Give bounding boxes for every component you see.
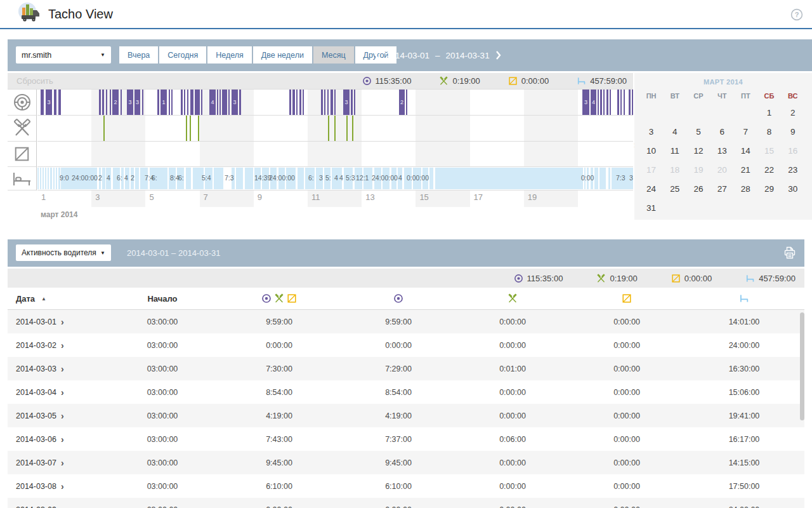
reset-button[interactable]: Сбросить (8, 76, 53, 86)
calendar-day[interactable]: 11 (663, 141, 686, 160)
calendar-day[interactable]: 12 (686, 141, 710, 160)
calendar-day-empty (734, 103, 757, 122)
row-expand-icon[interactable]: › (61, 505, 64, 508)
driving-bar (327, 90, 329, 115)
driver-select[interactable]: mr.smith ▼ (16, 46, 111, 64)
rest-gap (304, 168, 305, 189)
column-header-work[interactable] (455, 288, 570, 309)
print-button[interactable] (783, 246, 797, 262)
calendar-day[interactable]: 23 (781, 160, 804, 179)
calendar-day-empty (686, 103, 710, 122)
date-range-nav: 2014-03-01 – 2014-03-31 (374, 39, 501, 71)
row-date[interactable]: 2014-03-05› (8, 404, 108, 427)
row-expand-icon[interactable]: › (61, 341, 64, 350)
calendar-day[interactable]: 25 (663, 179, 686, 198)
range-button-yesterday[interactable]: Вчера (119, 46, 158, 64)
rest-gap (191, 168, 193, 189)
calendar-day[interactable]: 2 (781, 103, 804, 122)
row-expand-icon[interactable]: › (61, 318, 64, 326)
calendar-day[interactable]: 8 (757, 122, 781, 141)
calendar-day[interactable]: 1 (757, 103, 781, 122)
driving-bar (239, 90, 241, 115)
calendar-weekday-label: ВС (781, 92, 804, 100)
calendar-day[interactable]: 24 (639, 179, 663, 198)
row-expand-icon[interactable]: › (61, 482, 64, 491)
cell-start: 03:00:00 (108, 380, 217, 404)
calendar-day[interactable]: 5 (686, 122, 710, 141)
cell-driving: 8:54:00 (341, 380, 455, 404)
calendar-weekday-label: ПН (639, 92, 663, 100)
calendar-day[interactable]: 21 (734, 160, 757, 179)
row-date[interactable]: 2014-03-04› (8, 380, 108, 404)
work-mark (346, 116, 348, 141)
timeline-axis: 135791113151719 (37, 190, 633, 207)
row-date[interactable]: 2014-03-06› (8, 427, 108, 451)
calendar-day[interactable]: 9 (781, 122, 804, 141)
rest-duration-label: 5: (325, 167, 331, 189)
calendar-day[interactable]: 3 (639, 122, 663, 141)
row-expand-icon[interactable]: › (61, 435, 64, 444)
rest-duration-label: 6: (152, 167, 157, 189)
column-header-availability[interactable] (570, 288, 684, 309)
work-mark (334, 116, 336, 141)
table-scrollbar[interactable] (800, 312, 804, 420)
row-expand-icon[interactable]: › (61, 388, 64, 397)
range-button-week[interactable]: Неделя (207, 46, 252, 64)
calendar-day[interactable]: 4 (663, 122, 686, 141)
row-date[interactable]: 2014-03-02› (8, 333, 108, 357)
calendar-day[interactable]: 28 (734, 179, 757, 198)
column-header-driving[interactable] (341, 288, 455, 309)
calendar-day-empty (710, 103, 734, 122)
calendar-day[interactable]: 29 (757, 179, 781, 198)
calendar-day-empty (663, 198, 686, 217)
cell-start: 03:00:00 (108, 357, 217, 380)
calendar-day[interactable]: 27 (710, 179, 734, 198)
column-header-date[interactable]: Дата▲ (8, 288, 108, 309)
column-header-start[interactable]: Начало (108, 288, 217, 309)
cell-total: 0:00:00 (217, 498, 341, 508)
prev-range-button[interactable] (374, 51, 380, 60)
next-range-button[interactable] (495, 51, 501, 60)
svg-text:?: ? (795, 11, 799, 18)
calendar-day[interactable]: 30 (781, 179, 804, 198)
calendar-day[interactable]: 14 (734, 141, 757, 160)
row-date[interactable]: 2014-03-01› (8, 310, 108, 333)
cell-rest: 16:17:00 (684, 427, 804, 451)
range-button-two-weeks[interactable]: Две недели (253, 46, 312, 64)
calendar-day[interactable]: 13 (710, 141, 734, 160)
range-button-today[interactable]: Сегодня (159, 46, 206, 64)
rest-icon (739, 293, 749, 304)
calendar-day[interactable]: 10 (639, 141, 663, 160)
row-date[interactable]: 2014-03-09› (8, 498, 108, 508)
stat-driving: 115:35:00 (362, 76, 412, 86)
timeline-icon-rest (8, 167, 36, 190)
row-date[interactable]: 2014-03-08› (8, 474, 108, 498)
calendar-day: 16 (781, 141, 804, 160)
row-expand-icon[interactable]: › (61, 458, 64, 467)
help-icon[interactable]: ? (790, 8, 803, 23)
range-button-month[interactable]: Месяц (313, 46, 354, 64)
row-date[interactable]: 2014-03-07› (8, 451, 108, 474)
work-mark (328, 116, 329, 141)
row-expand-icon[interactable]: › (61, 411, 64, 420)
driving-bar: 4 (209, 90, 216, 115)
report-toolbar: Активность водителя ▼ 2014-03-01 – 2014-… (8, 239, 804, 267)
cell-rest: 16:30:00 (684, 357, 804, 380)
column-header-combined[interactable] (217, 288, 341, 309)
timeline-icon-work (8, 116, 36, 142)
row-expand-icon[interactable]: › (61, 364, 64, 373)
filter-toolbar: mr.smith ▼ ВчераСегодняНеделяДве неделиМ… (8, 39, 812, 71)
calendar-day[interactable]: 6 (710, 122, 734, 141)
row-date[interactable]: 2014-03-03› (8, 357, 108, 380)
report-type-select[interactable]: Активность водителя ▼ (16, 244, 111, 261)
driving-bar (54, 90, 56, 115)
calendar-title: МАРТ 2014 (634, 73, 812, 86)
calendar-day[interactable]: 22 (757, 160, 781, 179)
calendar-day[interactable]: 31 (639, 198, 663, 217)
driving-bar: 4 (591, 90, 596, 115)
range-start-date: 2014-03-01 (386, 51, 429, 60)
calendar-day[interactable]: 26 (686, 179, 710, 198)
column-header-rest[interactable] (684, 288, 804, 309)
rest-gap (243, 168, 245, 189)
calendar-day[interactable]: 7 (734, 122, 757, 141)
